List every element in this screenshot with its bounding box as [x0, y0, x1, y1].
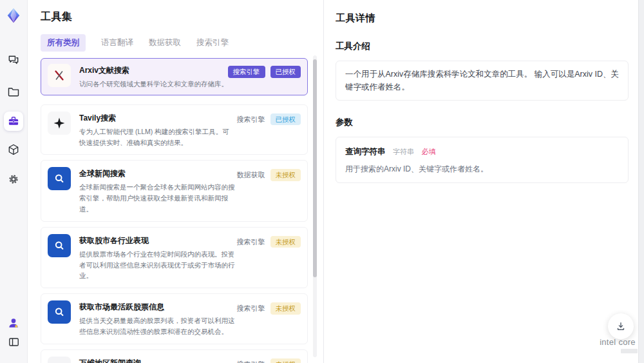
- sidebar-collapse-toggle[interactable]: [5, 333, 23, 351]
- left-sidebar: [0, 0, 28, 363]
- building-news-icon: [48, 357, 71, 363]
- sidebar-item-settings[interactable]: [5, 170, 23, 188]
- category-badge: 搜索引擎: [228, 66, 265, 78]
- category-label: 搜索引擎: [237, 360, 265, 363]
- brand-text: intel core: [600, 337, 636, 347]
- parameter-item: 查询字符串 字符串 必填 用于搜索的Arxiv ID、关键字或作者姓名。: [336, 137, 629, 183]
- tool-list: Arxiv文献搜索 访问各个研究领域大量科学论文和文章的存储库。 搜索引擎 已授…: [41, 58, 308, 363]
- category-label: 搜索引擎: [237, 115, 265, 124]
- list-item-sector-performance[interactable]: 获取股市各行业表现 提供股票市场各个行业在特定时间段内的表现。投资者可以利用这些…: [41, 227, 308, 288]
- tool-title: Tavily搜索: [79, 113, 229, 124]
- list-item-tavily[interactable]: Tavily搜索 专为人工智能代理 (LLM) 构建的搜索引擎工具。可快速提供实…: [41, 104, 308, 155]
- tool-title: 万维地区新闻查询: [79, 358, 229, 363]
- category-label: 搜索引擎: [237, 304, 265, 313]
- list-item-most-active-stocks[interactable]: 获取市场最活跃股票信息 提供当天交易量最高的股票列表，投资者可以利用这些信息来识…: [41, 293, 308, 344]
- tool-title: 获取市场最活跃股票信息: [79, 302, 229, 313]
- intel-core-logo: intel core: [596, 337, 639, 353]
- news-search-icon: [48, 300, 71, 324]
- status-badge: 未授权: [270, 358, 301, 363]
- logo-diamond-icon: [5, 7, 22, 24]
- param-required-flag: 必填: [421, 148, 435, 155]
- tool-description: 专为人工智能代理 (LLM) 构建的搜索引擎工具。可快速提供实时、准确和真实的结…: [79, 126, 235, 148]
- tool-description: 提供当天交易量最高的股票列表，投资者可以利用这些信息来识别流动性强的股票和潜在的…: [79, 315, 235, 337]
- window-scrollbar-gutter: [638, 0, 644, 363]
- page-title: 工具集: [28, 0, 323, 24]
- intro-text-box: 一个用于从Arxiv存储库搜索科学论文和文章的工具。 输入可以是Arxiv ID…: [336, 61, 629, 101]
- tool-description: 全球新闻搜索是一个聚合全球各大新闻网站内容的搜索引擎，帮助用户快速获取全球最新资…: [79, 182, 235, 214]
- category-label: 数据获取: [237, 170, 265, 180]
- brand-sub-badge: [621, 349, 638, 353]
- gear-icon: [7, 173, 20, 186]
- param-description: 用于搜索的Arxiv ID、关键字或作者姓名。: [345, 163, 619, 175]
- folder-icon: [7, 85, 20, 98]
- param-type: 字符串: [393, 148, 414, 155]
- news-search-icon: [48, 167, 71, 190]
- tool-detail-panel: 工具详情 工具介绍 一个用于从Arxiv存储库搜索科学论文和文章的工具。 输入可…: [324, 0, 639, 363]
- tab-data-fetch[interactable]: 数据获取: [149, 34, 181, 52]
- sidebar-item-models[interactable]: [5, 141, 23, 159]
- tool-title: 获取股市各行业表现: [79, 235, 229, 246]
- list-scrollbar-thumb[interactable]: [313, 59, 317, 277]
- sidebar-item-chat[interactable]: [5, 51, 23, 69]
- intro-heading: 工具介绍: [336, 41, 639, 52]
- tool-description: 提供股票市场各个行业在特定时间段内的表现。投资者可以利用这些信息来识别表现优于或…: [79, 249, 235, 281]
- toolbox-icon: [7, 115, 20, 128]
- detail-title: 工具详情: [324, 0, 639, 25]
- tab-all-categories[interactable]: 所有类别: [41, 34, 86, 52]
- download-icon: [615, 320, 627, 332]
- arxiv-logo-icon: [48, 64, 71, 87]
- user-avatar-icon: [7, 317, 20, 329]
- category-tabs: 所有类别 语言翻译 数据获取 搜索引擎: [41, 34, 323, 52]
- download-button[interactable]: [608, 313, 634, 339]
- list-item-global-news[interactable]: 全球新闻搜索 全球新闻搜索是一个聚合全球各大新闻网站内容的搜索引擎，帮助用户快速…: [41, 160, 308, 221]
- tool-title: 全球新闻搜索: [79, 168, 229, 179]
- tools-list-panel: 工具集 所有类别 语言翻译 数据获取 搜索引擎 Arxiv文献搜索 访问各个研究…: [28, 0, 324, 363]
- list-item-arxiv[interactable]: Arxiv文献搜索 访问各个研究领域大量科学论文和文章的存储库。 搜索引擎 已授…: [41, 58, 308, 95]
- status-badge: 已授权: [270, 66, 301, 78]
- tool-title: Arxiv文献搜索: [79, 65, 220, 76]
- tool-description: 访问各个研究领域大量科学论文和文章的存储库。: [79, 79, 240, 90]
- app-logo: [5, 6, 23, 25]
- status-badge: 未授权: [270, 236, 301, 248]
- category-label: 搜索引擎: [237, 237, 265, 247]
- sidebar-user-avatar[interactable]: [5, 314, 23, 332]
- sparkle-icon: [48, 112, 71, 135]
- param-name: 查询字符串: [345, 147, 386, 156]
- sidebar-item-tools[interactable]: [4, 112, 23, 131]
- chat-icon: [7, 54, 20, 66]
- status-badge: 已授权: [270, 113, 301, 126]
- status-badge: 未授权: [270, 302, 301, 315]
- list-item-regional-news[interactable]: 万维地区新闻查询 查询具体行政区划内的新闻，快速了解各地新闻动 搜索引擎 未授权: [41, 349, 308, 363]
- cube-icon: [7, 143, 20, 156]
- news-search-icon: [48, 234, 71, 257]
- tab-translation[interactable]: 语言翻译: [101, 34, 133, 52]
- status-badge: 未授权: [270, 169, 301, 181]
- params-heading: 参数: [336, 117, 639, 128]
- tab-search-engine[interactable]: 搜索引擎: [196, 34, 229, 52]
- sidebar-item-files[interactable]: [5, 83, 23, 101]
- panel-toggle-icon: [8, 336, 20, 348]
